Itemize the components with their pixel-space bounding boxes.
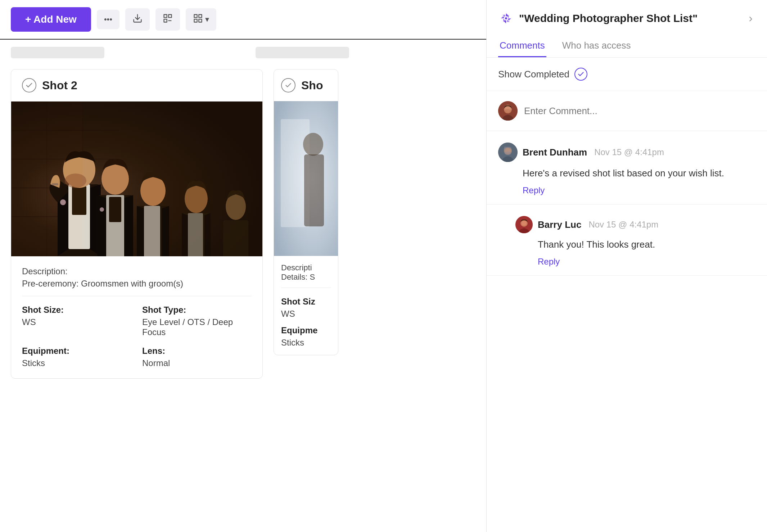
svg-point-41 <box>303 133 323 156</box>
tab-who-has-access[interactable]: Who has access <box>561 35 632 57</box>
partial-description-label: Descripti <box>281 263 331 272</box>
partial-shot-size-label: Shot Siz <box>281 297 331 307</box>
shot-check-circle[interactable] <box>22 78 36 93</box>
cards-scroll-area: Shot 2 <box>0 58 486 532</box>
comment-1-author: Brent Dunham <box>523 147 587 158</box>
svg-rect-37 <box>11 102 83 256</box>
comment-1-reply-button[interactable]: Reply <box>498 185 545 195</box>
svg-rect-3 <box>164 19 167 22</box>
comment-input-row <box>487 91 767 131</box>
shot-card-2: Shot 2 <box>11 69 263 379</box>
comment-2-reply-button[interactable]: Reply <box>515 257 560 267</box>
more-dots-icon: ••• <box>104 15 112 24</box>
barry-avatar <box>515 216 533 233</box>
comment-1-author-row: Brent Dunham Nov 15 @ 4:41pm <box>498 143 755 162</box>
partial-shot-title: Sho <box>301 79 323 92</box>
brent-avatar <box>498 143 518 162</box>
comment-2-author: Barry Luc <box>538 219 581 230</box>
svg-rect-33 <box>188 213 203 256</box>
svg-rect-26 <box>109 197 121 222</box>
description-label: Description: <box>22 266 252 276</box>
svg-rect-35 <box>223 220 248 256</box>
left-panel: + Add New ••• <box>0 0 486 532</box>
comment-1-text: Here's a revised shot list based on your… <box>498 168 755 179</box>
brent-avatar-img <box>498 143 518 162</box>
svg-rect-6 <box>199 15 202 18</box>
shot-meta-grid: Shot Size: WS Shot Type: Eye Level / OTS… <box>22 305 252 368</box>
right-panel: "Wedding Photographer Shot List" › Comme… <box>486 0 767 532</box>
comment-1: Brent Dunham Nov 15 @ 4:41pm Here's a re… <box>487 131 767 204</box>
panel-tabs: Comments Who has access <box>498 35 755 57</box>
lens-value: Normal <box>142 358 252 368</box>
partial-shot-image <box>274 101 338 256</box>
show-completed-row: Show Completed <box>487 58 767 91</box>
shot-size-value: WS <box>22 317 131 327</box>
panel-header: "Wedding Photographer Shot List" › Comme… <box>487 0 767 58</box>
current-user-avatar <box>498 101 518 121</box>
app-logo-icon <box>498 10 514 26</box>
equipment-value: Sticks <box>22 358 131 368</box>
grid-icon <box>193 13 203 26</box>
filter-placeholder-2 <box>256 47 349 58</box>
comment-2-text: Thank you! This looks great. <box>515 239 755 250</box>
shot-type-value: Eye Level / OTS / Deep Focus <box>142 317 252 337</box>
description-value: Pre-ceremony: Groomsmen with groom(s) <box>22 279 252 289</box>
more-options-button[interactable]: ••• <box>97 10 119 29</box>
svg-rect-5 <box>194 15 197 18</box>
panel-title-row: "Wedding Photographer Shot List" › <box>498 9 755 28</box>
shot-divider <box>22 296 252 296</box>
panel-close-button[interactable]: › <box>746 9 755 28</box>
svg-point-49 <box>504 109 511 113</box>
svg-point-53 <box>505 152 511 155</box>
partial-shot-size-value: WS <box>281 309 331 319</box>
shot-title: Shot 2 <box>42 79 77 92</box>
user-avatar-svg <box>498 101 518 121</box>
equipment-meta: Equipment: Sticks <box>22 346 131 368</box>
lens-meta: Lens: Normal <box>142 346 252 368</box>
shot-details: Description: Pre-ceremony: Groomsmen wit… <box>11 256 262 378</box>
partial-details: Descripti Details: S Shot Siz WS Equipme… <box>274 256 338 355</box>
view-options-button[interactable]: ▾ <box>186 8 216 31</box>
svg-rect-30 <box>144 206 160 256</box>
equipment-label: Equipment: <box>22 346 131 356</box>
share-icon <box>163 13 173 26</box>
svg-rect-8 <box>199 19 202 22</box>
tab-comments[interactable]: Comments <box>498 35 546 57</box>
add-new-button[interactable]: + Add New <box>11 7 91 32</box>
partial-image-svg <box>274 101 338 256</box>
shot-size-label: Shot Size: <box>22 305 131 315</box>
download-button[interactable] <box>125 8 150 31</box>
current-user-avatar-img <box>498 101 518 121</box>
svg-point-45 <box>505 17 507 19</box>
chevron-right-icon: › <box>749 12 753 24</box>
barry-avatar-svg <box>515 216 533 233</box>
shot-card-header: Shot 2 <box>11 69 262 102</box>
comment-1-time: Nov 15 @ 4:41pm <box>594 147 664 157</box>
toolbar: + Add New ••• <box>0 0 486 39</box>
svg-rect-2 <box>168 15 171 18</box>
cards-row: Shot 2 <box>11 69 475 379</box>
svg-rect-1 <box>164 15 167 18</box>
shot-image-bg <box>11 102 262 256</box>
partial-equipment-label: Equipme <box>281 325 331 335</box>
filter-row <box>0 40 486 58</box>
partial-card-header: Sho <box>274 69 338 101</box>
partial-equipment-value: Sticks <box>281 338 331 348</box>
show-completed-check[interactable] <box>574 68 587 81</box>
share-button[interactable] <box>155 8 180 31</box>
comment-2-reply: Barry Luc Nov 15 @ 4:41pm Thank you! Thi… <box>487 204 767 276</box>
comment-2-time: Nov 15 @ 4:41pm <box>588 220 658 230</box>
barry-avatar-img <box>515 216 533 233</box>
panel-body: Show Completed <box>487 58 767 532</box>
partial-divider <box>281 288 331 288</box>
svg-rect-42 <box>304 154 324 226</box>
chevron-down-icon: ▾ <box>205 15 209 24</box>
shot-image <box>11 102 262 256</box>
download-icon <box>132 13 143 26</box>
partial-check-circle[interactable] <box>281 78 295 93</box>
comment-2-author-row: Barry Luc Nov 15 @ 4:41pm <box>515 216 755 233</box>
comment-input-field[interactable] <box>524 105 755 117</box>
panel-title: "Wedding Photographer Shot List" <box>519 12 698 24</box>
brent-avatar-svg <box>498 143 518 162</box>
shot-type-meta: Shot Type: Eye Level / OTS / Deep Focus <box>142 305 252 337</box>
